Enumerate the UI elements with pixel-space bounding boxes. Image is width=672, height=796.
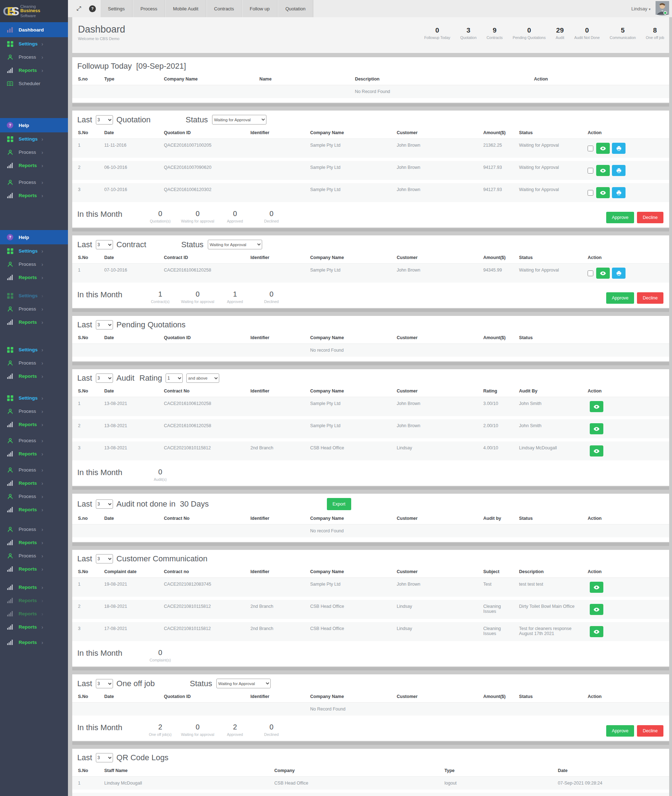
horizontal-scrollbar[interactable]: [72, 103, 669, 107]
view-button[interactable]: [590, 423, 603, 434]
sidebar-item-reports[interactable]: Reports›: [0, 447, 68, 460]
sidebar-item-process[interactable]: Process›: [0, 405, 68, 418]
print-button[interactable]: [612, 187, 626, 198]
sidebar-item-reports[interactable]: Reports›: [0, 64, 68, 77]
sidebar-item-settings[interactable]: Settings›: [0, 37, 68, 50]
sidebar-item-settings[interactable]: Settings›: [0, 244, 68, 258]
sidebar-item-reports[interactable]: Reports›: [0, 370, 68, 383]
view-button[interactable]: [596, 267, 610, 279]
view-button[interactable]: [596, 165, 610, 176]
tab-contracts[interactable]: Contracts: [206, 0, 242, 17]
view-button[interactable]: [590, 604, 603, 615]
sidebar-item-reports[interactable]: Reports›: [0, 271, 68, 284]
pending-quotations-count-select[interactable]: 3: [96, 320, 113, 330]
contract-status-select[interactable]: Waiting for Approval: [208, 240, 262, 249]
horizontal-scrollbar[interactable]: [72, 362, 669, 365]
sidebar-item-reports[interactable]: Reports›: [0, 189, 68, 202]
quotation-count-select[interactable]: 3: [96, 115, 113, 125]
approve-button[interactable]: Approve: [606, 725, 634, 737]
sidebar-item-reports[interactable]: Reports›: [0, 477, 68, 490]
horizontal-scrollbar[interactable]: [72, 543, 669, 546]
contract-count-select[interactable]: 3: [96, 240, 113, 249]
tab-settings[interactable]: Settings: [100, 0, 133, 17]
sidebar-item-process[interactable]: Process›: [0, 50, 68, 64]
horizontal-scrollbar[interactable]: [72, 667, 669, 670]
sidebar-item-settings[interactable]: Settings›: [0, 391, 68, 405]
audit-rating-above-select[interactable]: and above: [186, 373, 219, 383]
qr-code-logs-count-select[interactable]: 3: [96, 753, 113, 762]
sidebar-item-settings[interactable]: Settings›: [0, 343, 68, 356]
row-select-checkbox[interactable]: [587, 190, 593, 196]
sidebar-item-help[interactable]: ?Help: [0, 118, 68, 132]
app-logo[interactable]: CBS Cleaning Business Software: [0, 0, 68, 22]
view-button[interactable]: [596, 187, 610, 198]
view-button[interactable]: [590, 582, 603, 593]
quotation-status-select[interactable]: Waiting for Approval: [212, 115, 266, 125]
table-cell: CACE20210810115812: [162, 599, 248, 621]
sidebar-item-reports[interactable]: Reports›: [0, 536, 68, 549]
sidebar-item-label: Settings: [19, 41, 38, 46]
user-menu[interactable]: Lindsay▾: [631, 6, 651, 11]
sidebar-item-reports[interactable]: Reports›: [0, 316, 68, 329]
audit-not-done-count-select[interactable]: 3: [96, 500, 113, 509]
sidebar-item-process[interactable]: Process›: [0, 549, 68, 562]
audit-not-done-export-button[interactable]: Export: [327, 498, 351, 510]
sidebar-item-process[interactable]: Process›: [0, 523, 68, 536]
sidebar-item-reports[interactable]: Reports›: [0, 418, 68, 431]
sidebar-item-scheduler[interactable]: Scheduler: [0, 77, 68, 90]
sidebar-item-reports[interactable]: Reports›: [0, 159, 68, 172]
expand-icon[interactable]: ⤢: [77, 5, 81, 12]
decline-button[interactable]: Decline: [637, 292, 663, 304]
print-button[interactable]: [612, 267, 626, 279]
sidebar-item-dashboard[interactable]: Dashboard: [0, 22, 68, 37]
tab-mobile-audit[interactable]: Mobile Audit: [165, 0, 206, 17]
print-button[interactable]: [612, 143, 626, 154]
decline-button[interactable]: Decline: [637, 725, 663, 737]
view-button[interactable]: [590, 445, 603, 456]
sidebar-item-reports[interactable]: Reports›: [0, 607, 68, 620]
approve-button[interactable]: Approve: [606, 212, 634, 223]
print-button[interactable]: [612, 165, 626, 176]
audit-count-select[interactable]: 3: [96, 373, 113, 383]
row-select-checkbox[interactable]: [587, 146, 593, 151]
horizontal-scrollbar[interactable]: [72, 742, 669, 745]
audit-rating-select[interactable]: 1: [166, 373, 183, 383]
one-off-job-count-select[interactable]: 3: [96, 679, 113, 688]
horizontal-scrollbar[interactable]: [72, 228, 669, 231]
sidebar-item-help[interactable]: ?Help: [0, 230, 68, 244]
sidebar-item-settings[interactable]: Settings›: [0, 132, 68, 146]
sidebar-item-settings[interactable]: Settings›: [0, 289, 68, 302]
decline-button[interactable]: Decline: [637, 212, 663, 223]
sidebar-item-process[interactable]: Process›: [0, 434, 68, 447]
one-off-job-status-select[interactable]: Waiting for Approval: [216, 679, 271, 688]
view-button[interactable]: [596, 143, 610, 154]
horizontal-scrollbar[interactable]: [72, 309, 669, 312]
view-button[interactable]: [590, 626, 603, 637]
tab-process[interactable]: Process: [133, 0, 165, 17]
customer-communication-count-select[interactable]: 3: [96, 554, 113, 564]
sidebar-item-process[interactable]: Process›: [0, 258, 68, 271]
sidebar-item-process[interactable]: Process›: [0, 302, 68, 316]
sidebar-item-process[interactable]: Process›: [0, 176, 68, 189]
tab-quotation[interactable]: Quotation: [278, 0, 313, 17]
sidebar-item-process[interactable]: Process›: [0, 490, 68, 503]
sidebar-item-reports[interactable]: Reports›: [0, 636, 68, 649]
column-header: Contract no: [162, 566, 248, 578]
tab-follow-up[interactable]: Follow up: [242, 0, 278, 17]
sidebar-item-process[interactable]: Process›: [0, 463, 68, 477]
chevron-right-icon: ›: [42, 540, 43, 546]
sidebar-item-process[interactable]: Process›: [0, 356, 68, 370]
sidebar-item-reports[interactable]: Reports›: [0, 594, 68, 607]
help-icon[interactable]: ?: [89, 5, 96, 12]
view-button[interactable]: [590, 401, 603, 412]
row-select-checkbox[interactable]: [587, 271, 593, 276]
sidebar-item-reports[interactable]: Reports›: [0, 503, 68, 516]
horizontal-scrollbar[interactable]: [72, 487, 669, 490]
sidebar-item-reports[interactable]: Reports›: [0, 562, 68, 576]
user-avatar[interactable]: [656, 10, 669, 16]
approve-button[interactable]: Approve: [606, 292, 634, 304]
sidebar-item-reports[interactable]: Reports›: [0, 620, 68, 634]
row-select-checkbox[interactable]: [587, 168, 593, 173]
sidebar-item-reports[interactable]: Reports›: [0, 581, 68, 594]
sidebar-item-process[interactable]: Process›: [0, 146, 68, 159]
